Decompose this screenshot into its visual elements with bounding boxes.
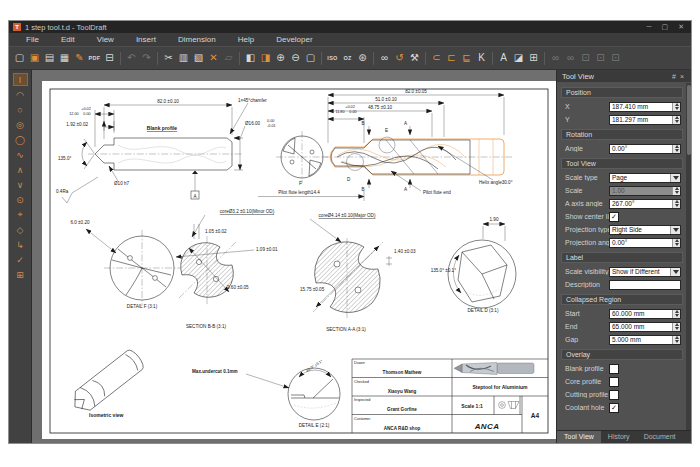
align-pages-1-icon[interactable]: ⊡ <box>578 50 593 66</box>
text-tool-icon[interactable]: A <box>496 50 511 66</box>
collar-full-icon[interactable]: ⊑ <box>459 50 474 66</box>
zoom-out-icon[interactable]: ⊖ <box>288 50 303 66</box>
y-spinbox[interactable]: 181.297 mm <box>609 115 681 125</box>
pin-icon[interactable]: # <box>670 73 678 80</box>
menu-insert[interactable]: Insert <box>125 35 167 44</box>
x-spinbox[interactable]: 187.410 mm <box>609 102 681 112</box>
angle-down-tool-icon[interactable]: ∨ <box>13 178 28 191</box>
concentric-dim-tool-icon[interactable]: ◎ <box>13 118 28 131</box>
check-tool-icon[interactable]: ✓ <box>13 253 28 266</box>
page-previous-icon[interactable]: ◧ <box>243 50 258 66</box>
maximize-button[interactable]: ▢ <box>659 21 672 33</box>
open-folder-icon[interactable]: ▤ <box>42 50 57 66</box>
print-icon[interactable]: ⊟ <box>102 50 117 66</box>
target-tool-icon[interactable]: ⌖ <box>13 208 28 221</box>
cut-icon[interactable]: ✂ <box>161 50 176 66</box>
save-icon[interactable]: ▦ <box>57 50 72 66</box>
gap-spinbox[interactable]: 5.000 mm <box>609 335 681 345</box>
projection-type-dropdown[interactable]: Right Side <box>609 225 681 235</box>
panel-scrollbar[interactable] <box>686 83 691 430</box>
projection-angle-spinbox[interactable]: 0.00° <box>609 238 681 248</box>
end-spinbox[interactable]: 65.000 mm <box>609 322 681 332</box>
drawing-page[interactable]: 82.0 ±0.10 +0.02 12.00 0.00 1.92 ±0.02 B… <box>42 81 556 439</box>
copy-icon[interactable]: ▥ <box>176 50 191 66</box>
a-axis-angle-spinbox[interactable]: 267.00° <box>609 199 681 209</box>
link-left-icon[interactable]: ∞ <box>548 50 563 66</box>
delete-icon[interactable]: ✕ <box>206 50 221 66</box>
redo-icon[interactable]: ↷ <box>139 50 154 66</box>
grind-view-icon[interactable]: ⚒ <box>407 50 422 66</box>
arc-dim-tool-icon[interactable]: ◠ <box>13 88 28 101</box>
link-right-icon[interactable]: ∞ <box>563 50 578 66</box>
rotate-view-icon[interactable]: ↺ <box>392 50 407 66</box>
drawing-canvas[interactable]: 82.0 ±0.10 +0.02 12.00 0.00 1.92 ±0.02 B… <box>42 81 556 439</box>
spinner-arrows-icon[interactable] <box>672 103 680 111</box>
spinner-arrows-icon[interactable] <box>672 239 680 247</box>
fit-page-icon[interactable]: ▢ <box>303 50 318 66</box>
show-center-lines-checkbox[interactable]: ✓ <box>609 212 619 222</box>
flute-view-icon[interactable]: K <box>474 50 489 66</box>
new-file-icon[interactable]: ▢ <box>12 50 27 66</box>
description-input[interactable] <box>609 280 681 290</box>
coolant-dim-tool-icon[interactable]: I <box>13 73 28 86</box>
panel-scrollbar-thumb[interactable] <box>687 85 691 155</box>
menu-dimension[interactable]: Dimension <box>167 35 227 44</box>
chevron-down-icon[interactable] <box>670 174 680 182</box>
menu-view[interactable]: View <box>86 35 125 44</box>
oz-view-icon[interactable]: OZ <box>340 50 355 66</box>
export-tool-icon[interactable]: ✎ <box>72 50 87 66</box>
scale-spinbox[interactable]: 1.00 <box>609 186 681 196</box>
coolant-hole-checkbox[interactable]: ✓ <box>609 403 619 413</box>
link-view-icon[interactable]: ∞ <box>377 50 392 66</box>
align-pages-2-icon[interactable]: ⊡ <box>593 50 608 66</box>
menu-edit[interactable]: Edit <box>50 35 86 44</box>
open-file-icon[interactable]: ▣ <box>27 50 42 66</box>
ellipse-dim-tool-icon[interactable]: ◯ <box>13 133 28 146</box>
paste-icon[interactable]: ▧ <box>191 50 206 66</box>
tab-tool-view[interactable]: Tool View <box>557 431 601 443</box>
image-tool-icon[interactable]: ◪ <box>511 50 526 66</box>
spinner-arrows-icon[interactable] <box>672 323 680 331</box>
cutting-profile-checkbox[interactable] <box>609 390 619 400</box>
tab-history[interactable]: History <box>601 431 637 443</box>
start-spinbox[interactable]: 60.000 mm <box>609 309 681 319</box>
collar-half-icon[interactable]: ⊏ <box>444 50 459 66</box>
diamond-tool-icon[interactable]: ◇ <box>13 223 28 236</box>
center-mark-tool-icon[interactable]: ⊙ <box>13 193 28 206</box>
spinner-arrows-icon[interactable] <box>672 200 680 208</box>
zoom-in-icon[interactable]: ⊕ <box>273 50 288 66</box>
scale-type-dropdown[interactable]: Page <box>609 173 681 183</box>
menu-file[interactable]: File <box>15 35 50 44</box>
spinner-arrows-icon[interactable] <box>672 310 680 318</box>
leader-tool-icon[interactable]: ↳ <box>13 238 28 251</box>
blank-profile-checkbox[interactable] <box>609 364 619 374</box>
crop-icon[interactable]: ▱ <box>221 50 236 66</box>
menu-developer[interactable]: Developer <box>265 35 323 44</box>
tab-document[interactable]: Document <box>637 431 683 443</box>
chevron-down-icon[interactable] <box>670 226 680 234</box>
scale-visibility-dropdown[interactable]: Show if Different <box>609 267 681 277</box>
pdf-export-icon[interactable]: PDF <box>87 50 102 66</box>
collar-open-icon[interactable]: ⊂ <box>429 50 444 66</box>
menu-help[interactable]: Help <box>227 35 265 44</box>
spinner-arrows-icon[interactable] <box>672 145 680 153</box>
angle-up-tool-icon[interactable]: ∧ <box>13 163 28 176</box>
chevron-down-icon[interactable] <box>670 268 680 276</box>
wheel-view-icon[interactable]: ⊛ <box>355 50 370 66</box>
drawing-area[interactable]: 82.0 ±0.10 +0.02 12.00 0.00 1.92 ±0.02 B… <box>32 70 556 443</box>
page-next-icon[interactable]: ◨ <box>258 50 273 66</box>
spinner-arrows-icon[interactable] <box>672 336 680 344</box>
table-tool-icon[interactable]: ⊞ <box>526 50 541 66</box>
close-button[interactable]: ✕ <box>675 21 687 33</box>
spinner-arrows-icon[interactable] <box>672 116 680 124</box>
undo-icon[interactable]: ↶ <box>124 50 139 66</box>
region-tool-icon[interactable]: ⊞ <box>13 268 28 281</box>
minimize-button[interactable]: ─ <box>644 21 655 33</box>
panel-close-icon[interactable]: × <box>678 73 686 80</box>
iso-view-icon[interactable]: ISO <box>325 50 340 66</box>
profile-dim-tool-icon[interactable]: ∿ <box>13 148 28 161</box>
spinner-arrows-icon[interactable] <box>672 187 680 195</box>
angle-spinbox[interactable]: 0.00° <box>609 144 681 154</box>
align-pages-3-icon[interactable]: ⊡ <box>608 50 623 66</box>
core-profile-checkbox[interactable] <box>609 377 619 387</box>
